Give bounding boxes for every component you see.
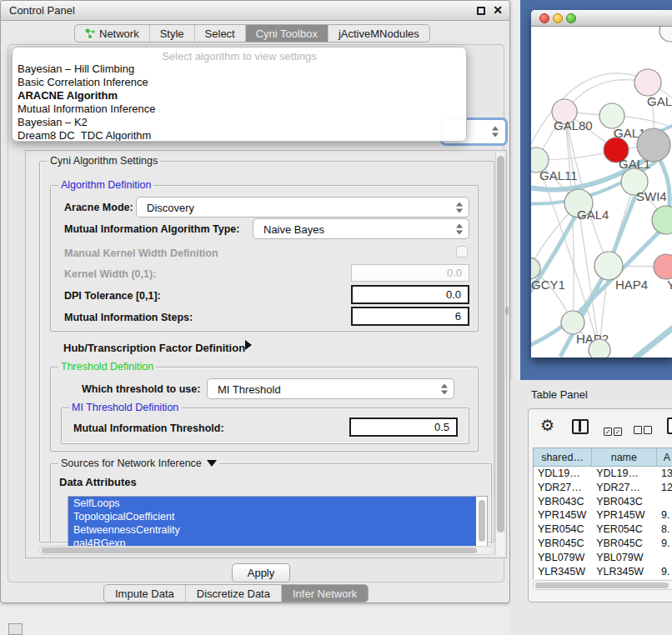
table-cell[interactable]: YIL052C (534, 578, 592, 579)
kernel-width-input[interactable]: 0.0 (351, 264, 469, 282)
table-cell[interactable]: YIL052C (592, 578, 657, 579)
table-cell[interactable]: YDR27… (534, 481, 592, 495)
table-row[interactable]: YIL052CYIL052C9 (534, 578, 672, 579)
table-row[interactable]: YBL079WYBL079W (534, 551, 672, 565)
aracne-mode-combo[interactable]: Discovery (136, 197, 469, 218)
export-table-icon[interactable] (667, 418, 672, 434)
attr-list-scroll-thumb[interactable] (479, 500, 485, 542)
table-row[interactable]: YPR145WYPR145W9. (534, 508, 672, 522)
hub-disclosure-icon[interactable] (245, 340, 252, 350)
table-panel-title: Table Panel (531, 388, 588, 401)
deselect-all-columns-icon[interactable] (634, 422, 654, 438)
algorithm-option[interactable]: ARACNE Algorithm (13, 89, 466, 102)
table-cell[interactable]: YBR045C (592, 537, 657, 551)
algorithm-option[interactable]: Dream8 DC_TDC Algorithm (13, 129, 466, 142)
tab-impute-data[interactable]: Impute Data (104, 585, 186, 602)
column-header-clipped[interactable]: A (657, 448, 672, 466)
settings-vscroll-thumb[interactable] (497, 156, 504, 532)
which-threshold-combo[interactable]: MI Threshold (207, 378, 454, 399)
network-node[interactable] (659, 27, 672, 42)
table-row[interactable]: YDL19…YDL19…13 (534, 467, 672, 481)
minimized-panel-icon[interactable] (8, 623, 23, 635)
mi-algorithm-type-value: Naive Bayes (263, 222, 324, 235)
mi-threshold-definition-title: MI Threshold Definition (69, 402, 181, 413)
algorithm-option[interactable]: Bayesian – Hill Climbing (13, 62, 466, 76)
sources-disclosure-icon[interactable] (207, 460, 217, 467)
apply-button[interactable]: Apply (232, 563, 290, 582)
tab-jactivemnodules[interactable]: jActiveMNodules (328, 25, 429, 42)
select-all-columns-icon[interactable]: ✓✓ (604, 422, 624, 438)
table-cell[interactable]: YER054C (592, 522, 657, 537)
table-cell[interactable]: 12 (657, 481, 672, 495)
close-traffic-light[interactable] (539, 13, 549, 23)
table-cell[interactable]: YBR043C (534, 495, 592, 509)
table-cell[interactable]: YLR345W (592, 565, 657, 579)
data-attribute-item[interactable]: SelfLoops (68, 497, 476, 510)
network-node[interactable] (637, 128, 670, 162)
mi-steps-input[interactable]: 6 (351, 307, 469, 326)
mi-threshold-input[interactable]: 0.5 (349, 418, 458, 437)
network-node[interactable] (652, 206, 672, 234)
table-cell[interactable]: 9. (657, 565, 672, 579)
table-cell[interactable] (657, 551, 672, 565)
control-panel-tab-bar: Network Style Select Cyni Toolbox jActiv… (74, 24, 430, 42)
network-node-gal10[interactable] (599, 103, 624, 128)
network-node-gal[interactable] (634, 69, 661, 96)
table-row[interactable]: YBR045CYBR045C9. (534, 537, 672, 551)
zoom-traffic-light[interactable] (566, 13, 576, 23)
algorithm-option[interactable]: Basic Correlation Inference (13, 76, 466, 89)
table-cell[interactable]: 13 (657, 467, 672, 481)
tab-style[interactable]: Style (150, 25, 195, 42)
table-cell[interactable]: YBR045C (534, 537, 592, 551)
show-columns-icon[interactable] (572, 419, 589, 434)
table-cell[interactable]: YPR145W (592, 508, 657, 522)
algorithm-option[interactable]: Mutual Information Inference (13, 102, 466, 116)
table-cell[interactable]: YDR27… (592, 481, 657, 495)
settings-vertical-scrollbar (495, 152, 504, 556)
tab-select[interactable]: Select (195, 25, 246, 42)
table-row[interactable]: YLR345WYLR345W9. (534, 565, 672, 579)
table-row[interactable]: YER054CYER054C8. (534, 522, 672, 537)
settings-hscroll-thumb[interactable] (42, 548, 477, 553)
column-header-name[interactable]: name (592, 448, 657, 466)
table-cell[interactable]: YBL079W (592, 551, 657, 565)
network-node-hap2[interactable] (561, 311, 584, 334)
panel-splitter-handle[interactable] (505, 307, 509, 315)
tab-discretize-data[interactable]: Discretize Data (186, 585, 282, 602)
table-row[interactable]: YDR27…YDR27…12 (534, 481, 672, 495)
data-attribute-item[interactable]: TopologicalCoefficient (68, 510, 476, 523)
data-attribute-item[interactable]: BetweennessCentrality (68, 523, 476, 537)
table-cell[interactable]: YBR043C (592, 495, 657, 509)
table-hscroll-thumb[interactable] (535, 582, 669, 588)
float-window-icon[interactable] (477, 7, 485, 15)
column-header-shared-name[interactable]: shared… (534, 448, 592, 466)
algorithm-option[interactable]: Bayesian – K2 (13, 116, 466, 129)
table-cell[interactable]: YDL19… (534, 467, 592, 481)
mi-algorithm-type-combo[interactable]: Naive Bayes (253, 218, 469, 239)
minimize-traffic-light[interactable] (553, 13, 563, 23)
table-row[interactable]: YBR043CYBR043C (534, 495, 672, 509)
table-cell[interactable]: YER054C (534, 522, 592, 537)
table-cell[interactable]: 9. (657, 508, 672, 522)
tab-cyni-toolbox[interactable]: Cyni Toolbox (246, 25, 328, 42)
table-cell[interactable]: YDL19… (592, 467, 657, 481)
which-threshold-value: MI Threshold (218, 382, 281, 395)
dpi-tolerance-input[interactable]: 0.0 (351, 285, 469, 304)
network-node-hap4[interactable] (594, 252, 623, 280)
table-cell[interactable]: YLR345W (534, 565, 592, 579)
network-node[interactable] (589, 339, 610, 358)
table-cell[interactable]: 9. (657, 537, 672, 551)
tab-infer-network[interactable]: Infer Network (282, 585, 368, 602)
table-cell[interactable]: 9 (657, 578, 672, 579)
table-cell[interactable]: 8. (657, 522, 672, 537)
table-cell[interactable] (657, 495, 672, 509)
table-header-row: shared… name A (534, 448, 672, 467)
close-window-icon[interactable]: ✕ (493, 3, 503, 17)
network-node-y[interactable] (654, 254, 672, 279)
manual-kernel-width-checkbox[interactable] (456, 246, 468, 258)
table-settings-gear-icon[interactable]: ⚙ (540, 416, 554, 435)
table-cell[interactable]: YBL079W (534, 551, 592, 565)
tab-network[interactable]: Network (75, 25, 150, 42)
hub-definition-label: Hub/Transcription Factor Definition (63, 342, 245, 354)
table-cell[interactable]: YPR145W (534, 508, 592, 522)
